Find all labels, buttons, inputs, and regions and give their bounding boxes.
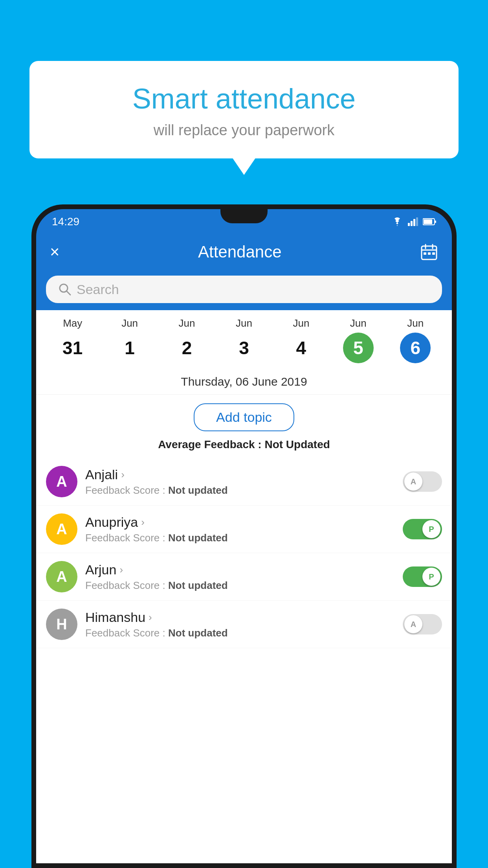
status-icons bbox=[391, 217, 436, 226]
notch bbox=[220, 209, 268, 223]
student-name[interactable]: Anupriya › bbox=[85, 515, 395, 530]
svg-rect-6 bbox=[435, 221, 436, 223]
avg-feedback: Average Feedback : Not Updated bbox=[36, 438, 452, 458]
speech-bubble-container: Smart attendance will replace your paper… bbox=[29, 61, 459, 158]
search-bar-container: Search bbox=[36, 270, 452, 310]
svg-rect-1 bbox=[411, 221, 413, 226]
search-icon bbox=[58, 282, 72, 296]
avatar: A bbox=[46, 466, 77, 497]
avatar: A bbox=[46, 561, 77, 592]
feedback-score: Feedback Score : Not updated bbox=[85, 532, 395, 544]
toggle-container: P bbox=[403, 566, 442, 587]
student-info: Anjali ›Feedback Score : Not updated bbox=[85, 467, 395, 497]
svg-rect-13 bbox=[432, 252, 435, 255]
svg-rect-2 bbox=[413, 219, 415, 226]
svg-rect-12 bbox=[428, 252, 431, 255]
date-col-4[interactable]: Jun4 bbox=[277, 317, 325, 363]
phone-content: Search May31Jun1Jun2Jun3Jun4Jun5Jun6 Thu… bbox=[36, 270, 452, 863]
add-topic-container: Add topic bbox=[36, 395, 452, 438]
avg-feedback-label: Average Feedback : bbox=[158, 438, 262, 451]
wifi-icon bbox=[391, 217, 403, 226]
phone-inner: 14:29 bbox=[36, 209, 452, 863]
student-row: AArjun ›Feedback Score : Not updatedP bbox=[36, 553, 452, 601]
student-info: Himanshu ›Feedback Score : Not updated bbox=[85, 610, 395, 639]
status-bar: 14:29 bbox=[36, 209, 452, 234]
chevron-icon: › bbox=[149, 611, 152, 623]
app-header: × Attendance bbox=[36, 234, 452, 270]
svg-line-15 bbox=[66, 291, 70, 295]
svg-rect-0 bbox=[408, 223, 410, 226]
date-col-5[interactable]: Jun5 bbox=[335, 317, 382, 363]
feedback-score: Feedback Score : Not updated bbox=[85, 579, 395, 592]
date-col-1[interactable]: Jun1 bbox=[106, 317, 153, 363]
avatar: H bbox=[46, 609, 77, 640]
student-info: Arjun ›Feedback Score : Not updated bbox=[85, 562, 395, 592]
signal-icon bbox=[408, 217, 418, 226]
phone-frame: 14:29 bbox=[31, 204, 457, 868]
student-name[interactable]: Himanshu › bbox=[85, 610, 395, 625]
header-title: Attendance bbox=[198, 243, 282, 261]
student-name[interactable]: Anjali › bbox=[85, 467, 395, 482]
student-name[interactable]: Arjun › bbox=[85, 562, 395, 577]
student-list: AAnjali ›Feedback Score : Not updatedAAA… bbox=[36, 458, 452, 648]
speech-bubble: Smart attendance will replace your paper… bbox=[29, 61, 459, 158]
svg-rect-3 bbox=[416, 217, 418, 226]
svg-rect-11 bbox=[424, 252, 426, 255]
attendance-toggle[interactable]: P bbox=[403, 566, 442, 587]
toggle-container: P bbox=[403, 519, 442, 539]
battery-icon bbox=[423, 218, 436, 226]
background: Smart attendance will replace your paper… bbox=[0, 0, 488, 868]
search-placeholder: Search bbox=[77, 282, 119, 297]
selected-date-label: Thursday, 06 June 2019 bbox=[36, 367, 452, 395]
attendance-toggle[interactable]: P bbox=[403, 519, 442, 539]
feedback-score: Feedback Score : Not updated bbox=[85, 627, 395, 639]
speech-subtitle: will replace your paperwork bbox=[53, 122, 435, 139]
toggle-container: A bbox=[403, 614, 442, 634]
date-col-3[interactable]: Jun3 bbox=[220, 317, 268, 363]
avatar: A bbox=[46, 513, 77, 545]
add-topic-button[interactable]: Add topic bbox=[194, 403, 294, 431]
student-row: AAnupriya ›Feedback Score : Not updatedP bbox=[36, 506, 452, 553]
speech-title: Smart attendance bbox=[53, 83, 435, 115]
search-bar[interactable]: Search bbox=[46, 276, 442, 303]
date-col-31[interactable]: May31 bbox=[49, 317, 96, 363]
close-button[interactable]: × bbox=[50, 243, 60, 261]
phone-screen: 14:29 bbox=[36, 209, 452, 863]
date-col-2[interactable]: Jun2 bbox=[163, 317, 211, 363]
toggle-container: A bbox=[403, 471, 442, 492]
date-strip: May31Jun1Jun2Jun3Jun4Jun5Jun6 bbox=[36, 310, 452, 367]
student-row: AAnjali ›Feedback Score : Not updatedA bbox=[36, 458, 452, 506]
chevron-icon: › bbox=[141, 516, 145, 528]
student-row: HHimanshu ›Feedback Score : Not updatedA bbox=[36, 601, 452, 648]
calendar-icon[interactable] bbox=[420, 243, 438, 261]
attendance-toggle[interactable]: A bbox=[403, 471, 442, 492]
svg-rect-5 bbox=[424, 219, 432, 224]
attendance-toggle[interactable]: A bbox=[403, 614, 442, 634]
chevron-icon: › bbox=[121, 469, 125, 481]
date-col-6[interactable]: Jun6 bbox=[392, 317, 439, 363]
feedback-score: Feedback Score : Not updated bbox=[85, 484, 395, 497]
chevron-icon: › bbox=[119, 564, 123, 576]
status-time: 14:29 bbox=[52, 215, 79, 228]
student-info: Anupriya ›Feedback Score : Not updated bbox=[85, 515, 395, 544]
avg-feedback-value: Not Updated bbox=[264, 438, 330, 451]
